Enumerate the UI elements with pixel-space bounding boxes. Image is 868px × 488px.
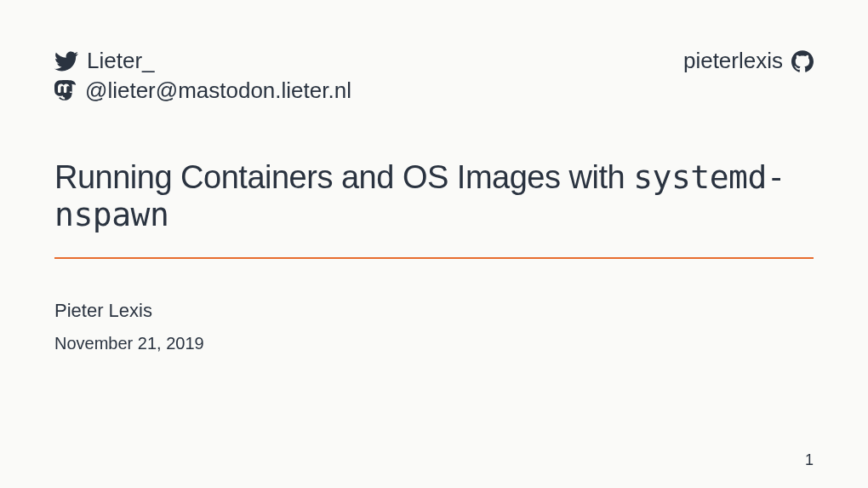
social-header: Lieter_ pieterlexis [54,48,814,74]
mastodon-icon [54,80,77,102]
author-name: Pieter Lexis [54,300,814,322]
twitter-handle: Lieter_ [87,48,155,74]
twitter-icon [54,49,78,73]
page-number: 1 [805,451,814,469]
mastodon-handle: @lieter@mastodon.lieter.nl [85,78,351,104]
page-title: Running Containers and OS Images with sy… [54,158,814,233]
github-icon [791,50,814,72]
title-rule [54,257,814,259]
github-handle: pieterlexis [683,48,783,74]
twitter-block: Lieter_ [54,48,155,74]
github-block: pieterlexis [683,48,814,74]
presentation-date: November 21, 2019 [54,334,814,353]
mastodon-block: @lieter@mastodon.lieter.nl [54,78,814,104]
title-prefix: Running Containers and OS Images with [54,159,633,195]
